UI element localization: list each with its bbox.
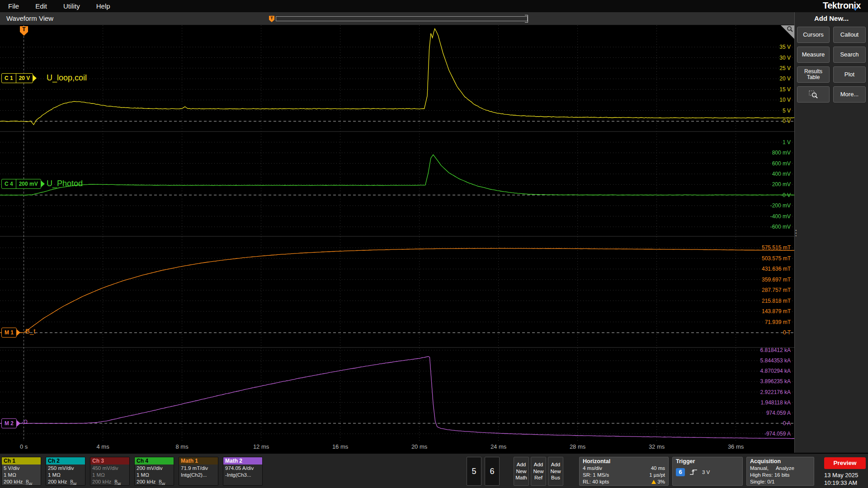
menu-item-file[interactable]: File xyxy=(0,0,27,12)
horizontal-title: Horizontal xyxy=(583,458,665,465)
ch1-tick-label: 0 V xyxy=(783,118,791,124)
ch4-channel-badge[interactable]: C 4200 mV xyxy=(1,179,41,189)
channel-badge-ch1[interactable]: Ch 15 V/div1 MΩ200 kHzBW xyxy=(1,457,41,486)
acquisition-title: Acquisition xyxy=(750,458,811,465)
ch1-badge-header: Ch 1 xyxy=(2,457,41,465)
channel-badge-math2[interactable]: Math 2974.05 A/div-Intg(Ch3... xyxy=(223,457,263,486)
ch4-tick-label: 600 mV xyxy=(772,160,791,167)
ch1-trace-label: U_loop,coil xyxy=(47,73,87,83)
channel-badge-ch3[interactable]: Ch 3450 mV/div1 MΩ200 kHzBW xyxy=(90,457,130,486)
sidebar-button-zoom[interactable] xyxy=(797,86,830,103)
math2-trace xyxy=(0,357,794,439)
x-axis-label: 24 ms xyxy=(482,443,515,450)
ch4-tick-label: -600 mV xyxy=(770,224,791,230)
math1-badge-line: Intg(Ch2)... xyxy=(181,472,216,479)
waveform-canvas[interactable] xyxy=(0,25,794,441)
menu-item-utility[interactable]: Utility xyxy=(55,0,88,12)
bandwidth-limit-indicator: BW xyxy=(114,479,121,485)
sidebar-button-results-table[interactable]: Results Table xyxy=(797,66,830,83)
ch3-badge-header: Ch 3 xyxy=(90,457,129,465)
sidebar-button-more[interactable]: More... xyxy=(833,86,866,103)
horizontal-panel[interactable]: Horizontal 4 ms/div40 msSR: 1 MS/s1 µs/p… xyxy=(579,457,669,486)
menu-item-help[interactable]: Help xyxy=(88,0,118,12)
channel-badge-math1[interactable]: Math 171.9 mT/divIntg(Ch2)... xyxy=(179,457,218,486)
ch4-tick-label: 1 V xyxy=(783,139,791,145)
overview-right-bracket[interactable] xyxy=(525,15,528,23)
ch2-badge-line: 250 mV/div xyxy=(48,465,83,472)
sidebar-button-search[interactable]: Search xyxy=(833,47,866,63)
menu-bar: Tektronix FileEditUtilityHelp xyxy=(0,0,868,12)
ch1-tick-label: 5 V xyxy=(783,108,791,114)
ch4-tick-label: 0 V xyxy=(783,192,791,198)
math1-badge-segment: M 1 xyxy=(2,328,16,337)
ch4-badge-line: 200 mV/div xyxy=(137,465,172,472)
horizontal-value-right: 40 ms xyxy=(651,465,665,472)
sidebar-button-cursors[interactable]: Cursors xyxy=(797,27,830,43)
sidebar-button-callout[interactable]: Callout xyxy=(833,27,866,43)
math1-badge-body: 71.9 mT/divIntg(Ch2)... xyxy=(179,465,218,485)
ch2-badge-line: 1 MΩ xyxy=(48,472,83,479)
ch1-badge-line: 1 MΩ xyxy=(4,472,39,479)
bandwidth-limit-indicator: BW xyxy=(26,479,32,485)
channel-badge-ch2[interactable]: Ch 2250 mV/div1 MΩ200 kHzBW xyxy=(46,457,85,486)
ch2-badge-header: Ch 2 xyxy=(46,457,85,465)
ch4-tick-label: 800 mV xyxy=(772,150,791,156)
ch4-badge-segment: C 4 xyxy=(2,179,16,188)
trigger-settings-row: 6 3 V xyxy=(676,468,739,476)
magnifier-icon xyxy=(787,26,793,33)
horizontal-value-left: RL: 40 kpts xyxy=(583,479,609,485)
add-new-math-button[interactable]: AddNewMath xyxy=(514,457,529,486)
ch4-badge-line: 1 MΩ xyxy=(137,472,172,479)
trigger-source-badge: 6 xyxy=(676,468,685,476)
math2-tick-label: 974.059 A xyxy=(766,410,791,416)
math1-tick-label: 503.575 mT xyxy=(762,255,791,262)
ch4-trace xyxy=(0,155,794,195)
x-axis-label: 32 ms xyxy=(641,443,673,450)
ch4-badge-header: Ch 4 xyxy=(135,457,174,465)
x-axis-label: 36 ms xyxy=(720,443,752,450)
ch4-tick-label: 400 mV xyxy=(772,171,791,177)
bottom-settings-bar: Horizontal 4 ms/div40 msSR: 1 MS/s1 µs/p… xyxy=(0,453,868,488)
horizontal-rows: 4 ms/div40 msSR: 1 MS/s1 µs/ptRL: 40 kpt… xyxy=(583,465,665,485)
math2-tick-label: -974.059 A xyxy=(764,431,791,437)
sidebar-button-measure[interactable]: Measure xyxy=(797,47,830,63)
preview-button[interactable]: Preview xyxy=(824,457,866,469)
ch1-tick-label: 35 V xyxy=(779,44,791,50)
math1-trace-label: B_t xyxy=(25,327,36,335)
channel-slot-button-6[interactable]: 6 xyxy=(485,457,500,486)
ch1-badge-arrow xyxy=(33,75,37,82)
horizontal-row: SR: 1 MS/s1 µs/pt xyxy=(583,472,665,479)
math2-channel-badge[interactable]: M 2 xyxy=(1,418,17,428)
horizontal-overview-bar[interactable]: T xyxy=(276,16,528,21)
acquisition-panel[interactable]: Acquisition Manual, Analyze High Res: 16… xyxy=(746,457,814,486)
math1-channel-badge[interactable]: M 1 xyxy=(1,328,17,338)
x-axis-label: 20 ms xyxy=(403,443,436,450)
math1-badge-line: 71.9 mT/div xyxy=(181,465,216,472)
waveform-plot-area[interactable]: T 35 V30 V25 V20 V15 V10 V5 V0 VC 120 VU… xyxy=(0,25,794,453)
channel-slot-button-5[interactable]: 5 xyxy=(467,457,481,486)
ch4-tick-label: -200 mV xyxy=(770,202,791,209)
channel-badge-ch4[interactable]: Ch 4200 mV/div1 MΩ200 kHzBW xyxy=(134,457,174,486)
x-axis-label: 16 ms xyxy=(324,443,357,450)
ch4-badge-body: 200 mV/div1 MΩ200 kHzBW xyxy=(135,465,174,485)
compression-warning-icon xyxy=(651,480,656,484)
ch4-badge-segment: 200 mV xyxy=(16,179,41,188)
ch3-badge-line: 450 mV/div xyxy=(92,465,127,472)
ch1-trace xyxy=(0,28,794,125)
trigger-title: Trigger xyxy=(676,458,739,465)
math1-tick-label: 215.818 mT xyxy=(762,298,791,304)
horizontal-row: RL: 40 kpts3% xyxy=(583,479,665,485)
math2-badge-line: -Intg(Ch3... xyxy=(225,472,260,479)
math1-badge-header: Math 1 xyxy=(179,457,218,465)
trigger-panel[interactable]: Trigger 6 3 V xyxy=(672,457,743,486)
add-new-ref-button[interactable]: AddNewRef xyxy=(531,457,546,486)
math1-tick-label: 359.697 mT xyxy=(762,277,791,283)
ch1-tick-label: 30 V xyxy=(779,55,791,61)
add-new-bus-button[interactable]: AddNewBus xyxy=(548,457,563,486)
math1-tick-label: 287.757 mT xyxy=(762,287,791,293)
math2-tick-label: 3.896235 kA xyxy=(760,378,791,385)
menu-item-edit[interactable]: Edit xyxy=(27,0,55,12)
right-sidebar: Add New... CursorsCalloutMeasureSearchRe… xyxy=(794,12,868,453)
sidebar-button-plot[interactable]: Plot xyxy=(833,66,866,83)
ch1-channel-badge[interactable]: C 120 V xyxy=(1,73,33,83)
